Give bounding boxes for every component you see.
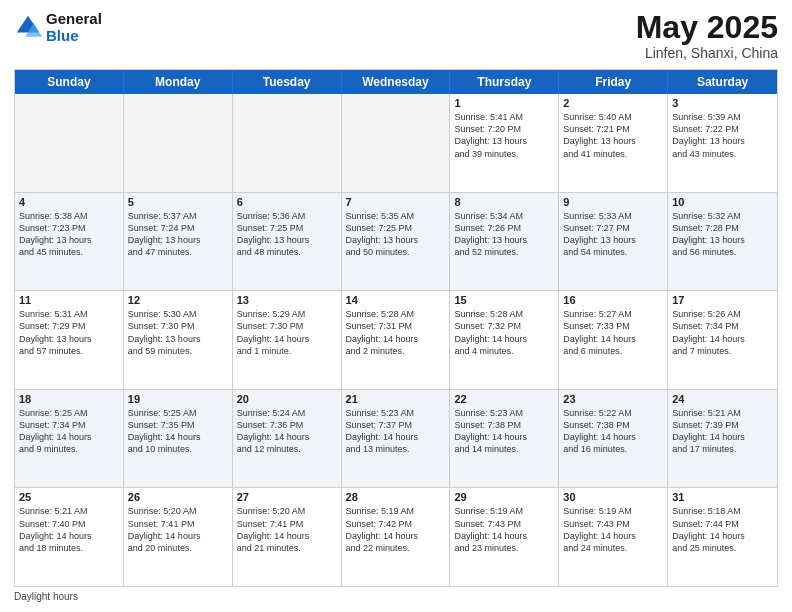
day-number: 12 [128,294,228,306]
day-cell-16: 16Sunrise: 5:27 AM Sunset: 7:33 PM Dayli… [559,291,668,389]
day-number: 22 [454,393,554,405]
day-cell-24: 24Sunrise: 5:21 AM Sunset: 7:39 PM Dayli… [668,390,777,488]
day-number: 15 [454,294,554,306]
day-number: 1 [454,97,554,109]
day-number: 13 [237,294,337,306]
header-day-monday: Monday [124,70,233,94]
day-cell-26: 26Sunrise: 5:20 AM Sunset: 7:41 PM Dayli… [124,488,233,586]
day-info: Sunrise: 5:22 AM Sunset: 7:38 PM Dayligh… [563,407,663,456]
day-number: 23 [563,393,663,405]
day-info: Sunrise: 5:29 AM Sunset: 7:30 PM Dayligh… [237,308,337,357]
day-info: Sunrise: 5:34 AM Sunset: 7:26 PM Dayligh… [454,210,554,259]
day-info: Sunrise: 5:26 AM Sunset: 7:34 PM Dayligh… [672,308,773,357]
day-info: Sunrise: 5:28 AM Sunset: 7:32 PM Dayligh… [454,308,554,357]
day-number: 26 [128,491,228,503]
day-info: Sunrise: 5:37 AM Sunset: 7:24 PM Dayligh… [128,210,228,259]
day-info: Sunrise: 5:20 AM Sunset: 7:41 PM Dayligh… [128,505,228,554]
day-info: Sunrise: 5:19 AM Sunset: 7:42 PM Dayligh… [346,505,446,554]
day-number: 21 [346,393,446,405]
day-number: 20 [237,393,337,405]
day-info: Sunrise: 5:25 AM Sunset: 7:35 PM Dayligh… [128,407,228,456]
day-cell-5: 5Sunrise: 5:37 AM Sunset: 7:24 PM Daylig… [124,193,233,291]
day-cell-31: 31Sunrise: 5:18 AM Sunset: 7:44 PM Dayli… [668,488,777,586]
day-cell-30: 30Sunrise: 5:19 AM Sunset: 7:43 PM Dayli… [559,488,668,586]
header-day-friday: Friday [559,70,668,94]
calendar-week-4: 18Sunrise: 5:25 AM Sunset: 7:34 PM Dayli… [15,390,777,489]
day-number: 17 [672,294,773,306]
day-cell-21: 21Sunrise: 5:23 AM Sunset: 7:37 PM Dayli… [342,390,451,488]
day-cell-12: 12Sunrise: 5:30 AM Sunset: 7:30 PM Dayli… [124,291,233,389]
logo-text: General Blue [46,10,102,44]
header-day-thursday: Thursday [450,70,559,94]
day-info: Sunrise: 5:21 AM Sunset: 7:39 PM Dayligh… [672,407,773,456]
calendar-week-1: 1Sunrise: 5:41 AM Sunset: 7:20 PM Daylig… [15,94,777,193]
month-title: May 2025 [636,10,778,45]
day-cell-29: 29Sunrise: 5:19 AM Sunset: 7:43 PM Dayli… [450,488,559,586]
day-cell-15: 15Sunrise: 5:28 AM Sunset: 7:32 PM Dayli… [450,291,559,389]
day-info: Sunrise: 5:38 AM Sunset: 7:23 PM Dayligh… [19,210,119,259]
day-info: Sunrise: 5:31 AM Sunset: 7:29 PM Dayligh… [19,308,119,357]
calendar-header: SundayMondayTuesdayWednesdayThursdayFrid… [15,70,777,94]
day-cell-2: 2Sunrise: 5:40 AM Sunset: 7:21 PM Daylig… [559,94,668,192]
day-info: Sunrise: 5:33 AM Sunset: 7:27 PM Dayligh… [563,210,663,259]
calendar-week-5: 25Sunrise: 5:21 AM Sunset: 7:40 PM Dayli… [15,488,777,586]
day-info: Sunrise: 5:30 AM Sunset: 7:30 PM Dayligh… [128,308,228,357]
day-info: Sunrise: 5:25 AM Sunset: 7:34 PM Dayligh… [19,407,119,456]
day-info: Sunrise: 5:20 AM Sunset: 7:41 PM Dayligh… [237,505,337,554]
calendar-week-2: 4Sunrise: 5:38 AM Sunset: 7:23 PM Daylig… [15,193,777,292]
day-number: 19 [128,393,228,405]
day-info: Sunrise: 5:24 AM Sunset: 7:36 PM Dayligh… [237,407,337,456]
day-info: Sunrise: 5:41 AM Sunset: 7:20 PM Dayligh… [454,111,554,160]
day-number: 3 [672,97,773,109]
empty-cell [124,94,233,192]
day-number: 31 [672,491,773,503]
page: General Blue May 2025 Linfen, Shanxi, Ch… [0,0,792,612]
day-number: 30 [563,491,663,503]
day-info: Sunrise: 5:32 AM Sunset: 7:28 PM Dayligh… [672,210,773,259]
logo-icon [14,13,42,41]
day-info: Sunrise: 5:36 AM Sunset: 7:25 PM Dayligh… [237,210,337,259]
empty-cell [233,94,342,192]
day-cell-19: 19Sunrise: 5:25 AM Sunset: 7:35 PM Dayli… [124,390,233,488]
footer-note: Daylight hours [14,591,778,602]
day-info: Sunrise: 5:28 AM Sunset: 7:31 PM Dayligh… [346,308,446,357]
calendar-week-3: 11Sunrise: 5:31 AM Sunset: 7:29 PM Dayli… [15,291,777,390]
day-cell-7: 7Sunrise: 5:35 AM Sunset: 7:25 PM Daylig… [342,193,451,291]
day-cell-11: 11Sunrise: 5:31 AM Sunset: 7:29 PM Dayli… [15,291,124,389]
day-cell-25: 25Sunrise: 5:21 AM Sunset: 7:40 PM Dayli… [15,488,124,586]
day-cell-28: 28Sunrise: 5:19 AM Sunset: 7:42 PM Dayli… [342,488,451,586]
day-number: 10 [672,196,773,208]
day-info: Sunrise: 5:23 AM Sunset: 7:38 PM Dayligh… [454,407,554,456]
day-number: 18 [19,393,119,405]
header-day-tuesday: Tuesday [233,70,342,94]
day-cell-18: 18Sunrise: 5:25 AM Sunset: 7:34 PM Dayli… [15,390,124,488]
header-day-wednesday: Wednesday [342,70,451,94]
day-number: 25 [19,491,119,503]
day-info: Sunrise: 5:35 AM Sunset: 7:25 PM Dayligh… [346,210,446,259]
day-cell-20: 20Sunrise: 5:24 AM Sunset: 7:36 PM Dayli… [233,390,342,488]
empty-cell [15,94,124,192]
day-number: 6 [237,196,337,208]
title-block: May 2025 Linfen, Shanxi, China [636,10,778,61]
day-number: 11 [19,294,119,306]
day-number: 27 [237,491,337,503]
calendar-body: 1Sunrise: 5:41 AM Sunset: 7:20 PM Daylig… [15,94,777,586]
subtitle: Linfen, Shanxi, China [636,45,778,61]
day-cell-3: 3Sunrise: 5:39 AM Sunset: 7:22 PM Daylig… [668,94,777,192]
day-cell-1: 1Sunrise: 5:41 AM Sunset: 7:20 PM Daylig… [450,94,559,192]
header: General Blue May 2025 Linfen, Shanxi, Ch… [14,10,778,61]
day-info: Sunrise: 5:19 AM Sunset: 7:43 PM Dayligh… [454,505,554,554]
day-number: 9 [563,196,663,208]
day-info: Sunrise: 5:21 AM Sunset: 7:40 PM Dayligh… [19,505,119,554]
day-number: 5 [128,196,228,208]
day-cell-8: 8Sunrise: 5:34 AM Sunset: 7:26 PM Daylig… [450,193,559,291]
day-number: 29 [454,491,554,503]
day-info: Sunrise: 5:40 AM Sunset: 7:21 PM Dayligh… [563,111,663,160]
day-number: 4 [19,196,119,208]
day-info: Sunrise: 5:39 AM Sunset: 7:22 PM Dayligh… [672,111,773,160]
day-cell-13: 13Sunrise: 5:29 AM Sunset: 7:30 PM Dayli… [233,291,342,389]
day-number: 14 [346,294,446,306]
day-info: Sunrise: 5:19 AM Sunset: 7:43 PM Dayligh… [563,505,663,554]
day-number: 28 [346,491,446,503]
day-cell-27: 27Sunrise: 5:20 AM Sunset: 7:41 PM Dayli… [233,488,342,586]
